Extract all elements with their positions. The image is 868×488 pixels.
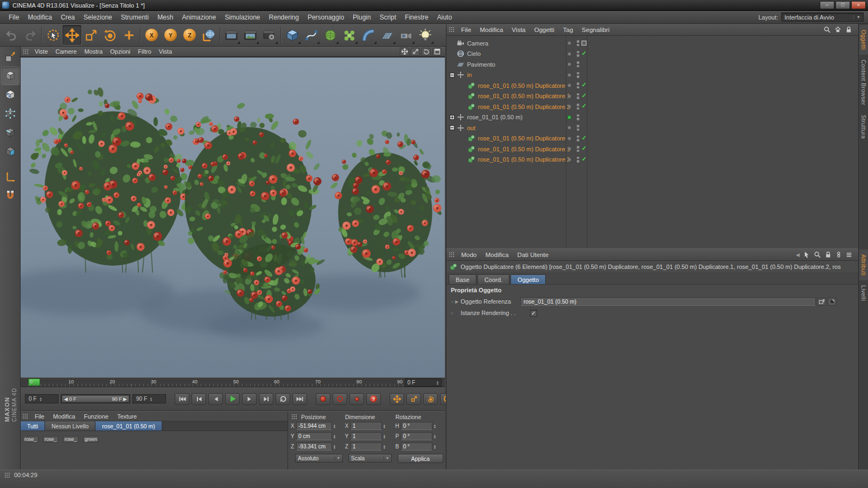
- viewport-menu-item[interactable]: Vista: [155, 47, 176, 56]
- material-layer-tab[interactable]: Tutti: [21, 421, 45, 431]
- link-up-icon[interactable]: [817, 298, 826, 306]
- minimize-button[interactable]: –: [820, 1, 834, 9]
- visibility-dots[interactable]: [577, 40, 579, 46]
- menu-item[interactable]: Crea: [56, 12, 79, 23]
- keying-help-button[interactable]: ?: [366, 393, 381, 405]
- visibility-dots[interactable]: [577, 157, 579, 163]
- apply-button[interactable]: Applica: [398, 454, 443, 463]
- menu-item[interactable]: Strumenti: [117, 12, 153, 23]
- stepper-arrows-icon[interactable]: ▲▼: [433, 445, 436, 449]
- polygons-mode-button[interactable]: [2, 143, 19, 160]
- viewport-menu-item[interactable]: Mostra: [80, 47, 106, 56]
- panel-grip[interactable]: [23, 49, 29, 55]
- object-manager-menu-item[interactable]: Oggetti: [530, 25, 559, 34]
- layout-dropdown[interactable]: Interfaccia di Avvio ▼: [781, 12, 864, 22]
- object-tree-row[interactable]: rose_01_01 (0.50 m) Duplicatore.1 ✓: [446, 91, 858, 102]
- position-mode-dropdown[interactable]: Assoluto▼: [295, 454, 343, 463]
- visibility-dots[interactable]: [577, 136, 579, 142]
- object-tree-row[interactable]: Pavimento ✓: [446, 59, 858, 70]
- menu-item[interactable]: Selezione: [79, 12, 117, 23]
- material-name[interactable]: rose_: [63, 436, 79, 442]
- stepper-arrows-icon[interactable]: ▲▼: [333, 445, 336, 449]
- current-frame-field[interactable]: 0 F▲▼: [25, 394, 59, 403]
- attribute-menu-item[interactable]: Dati Utente: [513, 251, 553, 259]
- menu-item[interactable]: File: [4, 12, 23, 23]
- coordinate-system-button[interactable]: [199, 25, 218, 45]
- object-tree-row[interactable]: out ✓: [446, 123, 858, 133]
- caret-icon[interactable]: ▶: [455, 299, 461, 304]
- visibility-dots[interactable]: [577, 125, 579, 131]
- object-tree-row[interactable]: Cielo ✓: [446, 49, 858, 60]
- expander-toggle[interactable]: [450, 125, 455, 130]
- expander-toggle[interactable]: [450, 73, 455, 78]
- material-item[interactable]: rose_: [23, 433, 42, 443]
- viewport-menu-item[interactable]: Filtro: [134, 47, 155, 56]
- viewport-zoom-icon[interactable]: [411, 48, 420, 56]
- panel-grip[interactable]: [22, 413, 28, 419]
- menu-item[interactable]: Personaggio: [303, 12, 348, 23]
- nav-back-icon[interactable]: ◀: [796, 252, 800, 258]
- timeline-ruler[interactable]: 0102030405060708090 0 F ▲▼: [21, 377, 445, 387]
- frame-range-slider[interactable]: ◀ 0 F 90 F ▶: [61, 394, 130, 403]
- side-tab[interactable]: Attributi: [859, 249, 868, 280]
- visibility-dots[interactable]: [577, 114, 579, 120]
- object-manager-menu-item[interactable]: Modifica: [476, 25, 508, 34]
- list-icon[interactable]: [846, 252, 852, 258]
- enable-dot[interactable]: [567, 137, 571, 140]
- enable-dot[interactable]: [567, 84, 571, 87]
- search-icon[interactable]: [824, 26, 831, 33]
- viewport-menu-item[interactable]: Viste: [31, 47, 52, 56]
- dimension-field[interactable]: 1: [350, 422, 382, 430]
- visibility-dots[interactable]: [577, 93, 579, 99]
- object-manager-menu-item[interactable]: File: [457, 25, 476, 34]
- material-menu-item[interactable]: Funzione: [80, 413, 113, 420]
- enable-dot[interactable]: [567, 94, 571, 98]
- visibility-dots[interactable]: [577, 61, 579, 67]
- side-tab[interactable]: Struttura: [859, 110, 868, 144]
- stepper-arrows-icon[interactable]: ▲▼: [333, 434, 336, 439]
- lock-x-button[interactable]: X: [142, 25, 161, 45]
- next-key-button[interactable]: [259, 393, 273, 405]
- lock-z-button[interactable]: Z: [180, 25, 199, 45]
- object-manager-menu-item[interactable]: Segnalibri: [577, 25, 614, 34]
- reference-link-field[interactable]: rose_01_01 (0.50 m): [520, 297, 816, 306]
- enable-dot[interactable]: [567, 158, 571, 162]
- link-icon[interactable]: [835, 251, 842, 258]
- spline-button[interactable]: [302, 25, 321, 45]
- key-position-button[interactable]: [390, 393, 404, 405]
- enable-dot[interactable]: [567, 147, 571, 151]
- lock-icon[interactable]: [825, 251, 832, 258]
- menu-item[interactable]: Animazione: [177, 12, 220, 23]
- panel-grip[interactable]: [291, 414, 297, 420]
- enable-dot[interactable]: [567, 41, 571, 45]
- position-field[interactable]: -51.944 cm: [296, 422, 332, 430]
- panel-grip[interactable]: [449, 27, 455, 33]
- render-view-button[interactable]: [222, 25, 241, 45]
- material-name[interactable]: green: [83, 436, 99, 442]
- attribute-tab[interactable]: Base: [449, 274, 476, 284]
- visibility-dots[interactable]: [577, 51, 579, 57]
- viewport-rotate-icon[interactable]: [422, 48, 431, 56]
- next-frame-button[interactable]: [242, 393, 257, 405]
- menu-item[interactable]: Plugin: [348, 12, 375, 23]
- make-editable-button[interactable]: [2, 48, 19, 66]
- points-mode-button[interactable]: [2, 105, 19, 123]
- menu-item[interactable]: Mesh: [153, 12, 177, 23]
- axis-mode-button[interactable]: [2, 168, 19, 185]
- object-manager-menu-item[interactable]: Tag: [559, 25, 578, 34]
- snap-magnet-button[interactable]: [2, 187, 19, 204]
- render-settings-button[interactable]: [260, 25, 279, 45]
- viewport-menu-item[interactable]: Opzioni: [106, 47, 134, 56]
- enable-dot[interactable]: [567, 62, 571, 66]
- close-button[interactable]: ×: [851, 1, 866, 9]
- rotation-field[interactable]: 0 °: [401, 432, 432, 440]
- scale-mode-dropdown[interactable]: Scala▼: [348, 454, 392, 463]
- redo-button[interactable]: [21, 25, 40, 45]
- stepper-arrows-icon[interactable]: ▲▼: [333, 424, 336, 428]
- position-field[interactable]: 0 cm: [296, 432, 332, 440]
- loop-button[interactable]: [276, 393, 290, 405]
- object-tree-row[interactable]: rose_01_01 (0.50 m) ✓: [446, 112, 858, 123]
- side-tab[interactable]: Oggetti: [859, 25, 868, 55]
- stepper-arrows-icon[interactable]: ▲▼: [383, 424, 386, 428]
- generator-button[interactable]: [321, 25, 340, 45]
